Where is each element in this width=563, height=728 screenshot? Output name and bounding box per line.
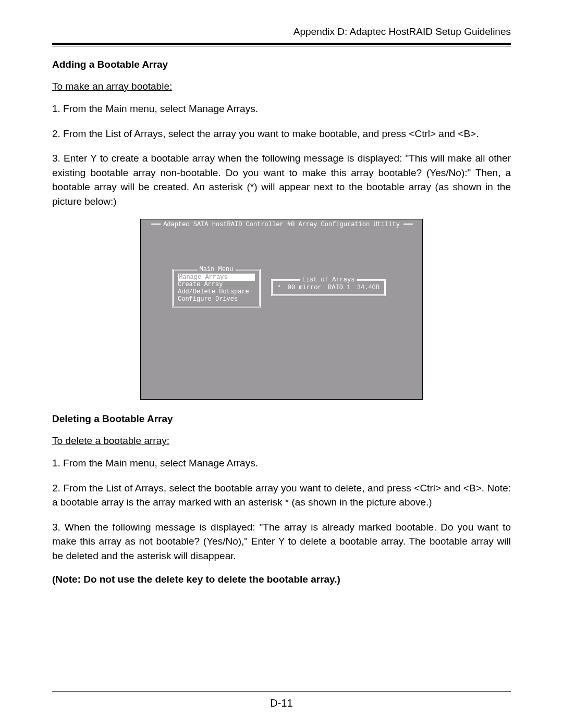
array-bootable-mark: * <box>277 284 282 291</box>
deleting-step-3: 3. When the following message is display… <box>52 520 511 563</box>
header-rule <box>52 43 511 46</box>
array-name: 00 mirror <box>287 284 322 291</box>
array-row[interactable]: * 00 mirror RAID 1 34.4GB <box>277 284 380 291</box>
adding-title: Adding a Bootable Array <box>52 59 511 70</box>
page-number: D-11 <box>0 697 563 709</box>
rule-left: ━━━ <box>151 221 160 228</box>
deleting-title: Deleting a Bootable Array <box>52 413 511 425</box>
deleting-subhead: To delete a bootable array: <box>52 435 511 447</box>
menu-item-configure-drives[interactable]: Configure Drives <box>178 295 255 303</box>
deleting-step-1: 1. From the Main menu, select Manage Arr… <box>52 456 511 471</box>
running-header: Appendix D: Adaptec HostRAID Setup Guide… <box>52 26 511 43</box>
menu-item-add-delete-hotspare[interactable]: Add/Delete Hotspare <box>178 288 255 295</box>
adding-step-2: 2. From the List of Arrays, select the a… <box>52 127 511 141</box>
page: Appendix D: Adaptec HostRAID Setup Guide… <box>0 0 563 728</box>
menu-item-manage-arrays[interactable]: Manage Arrays <box>178 274 255 281</box>
array-size: 34.4GB <box>357 284 380 291</box>
main-menu-legend: Main Menu <box>198 266 236 273</box>
adding-step-1: 1. From the Main menu, select Manage Arr… <box>52 102 511 116</box>
array-type: RAID 1 <box>327 284 351 291</box>
deleting-step-2: 2. From the List of Arrays, select the b… <box>52 481 511 510</box>
bios-titlebar: ━━━ Adaptec SATA HostRAID Controller #0 … <box>141 220 422 228</box>
footer-rule <box>52 691 511 692</box>
menu-item-create-array[interactable]: Create Array <box>178 281 255 288</box>
deleting-note: (Note: Do not use the delete key to dele… <box>52 574 511 585</box>
main-menu-box: Main Menu Manage Arrays Create Array Add… <box>172 269 261 307</box>
arrays-box: List of Arrays * 00 mirror RAID 1 34.4GB <box>271 279 386 296</box>
adding-step-3: 3. Enter Y to create a bootable array wh… <box>52 151 511 208</box>
bios-screenshot: ━━━ Adaptec SATA HostRAID Controller #0 … <box>140 219 423 400</box>
adding-subhead: To make an array bootable: <box>52 81 511 92</box>
rule-right: ━━━ <box>403 221 412 228</box>
bios-title: Adaptec SATA HostRAID Controller #0 Arra… <box>163 221 400 228</box>
arrays-legend: List of Arrays <box>300 276 357 283</box>
